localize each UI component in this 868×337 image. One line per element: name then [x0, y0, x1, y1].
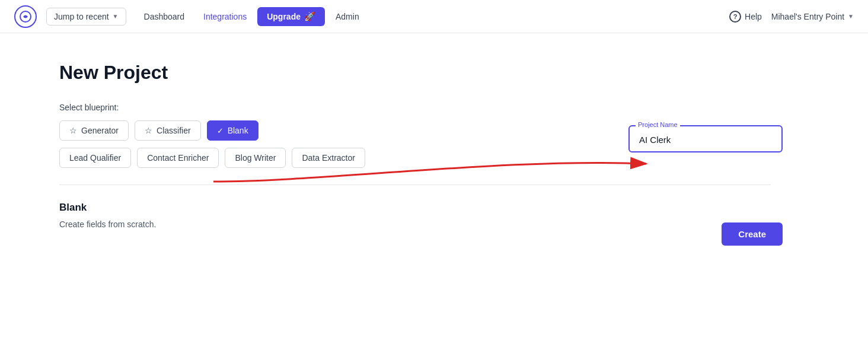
check-icon: ✓ [217, 126, 224, 135]
page-title: New Project [59, 62, 771, 84]
selected-blueprint-title: Blank [59, 202, 771, 214]
blueprint-select-label: Select blueprint: [59, 103, 771, 112]
nav-dashboard[interactable]: Dashboard [136, 8, 193, 25]
blueprint-lead-qualifier[interactable]: Lead Qualifier [59, 148, 131, 168]
account-menu[interactable]: Mihael's Entry Point ▼ [771, 12, 854, 21]
logo[interactable] [14, 5, 37, 28]
project-name-section: Project Name [628, 125, 783, 152]
section-divider [59, 185, 771, 185]
nav-links: Dashboard Integrations Upgrade 🚀 Admin [136, 7, 368, 26]
help-link[interactable]: ? Help [729, 11, 762, 23]
chevron-down-icon: ▼ [848, 13, 854, 20]
blueprint-data-extractor[interactable]: Data Extractor [292, 148, 365, 168]
upgrade-button[interactable]: Upgrade 🚀 [257, 7, 325, 26]
jump-label: Jump to recent [54, 12, 109, 21]
project-name-label: Project Name [636, 121, 680, 128]
blueprint-generator[interactable]: ☆ Generator [59, 120, 129, 141]
help-icon: ? [729, 11, 741, 23]
project-name-field-wrapper: Project Name [628, 125, 783, 152]
navbar: Jump to recent ▼ Dashboard Integrations … [0, 0, 868, 33]
blueprint-contact-enricher[interactable]: Contact Enricher [137, 148, 219, 168]
rocket-icon: 🚀 [304, 11, 315, 22]
blueprint-blank[interactable]: ✓ Blank [207, 120, 259, 141]
create-button[interactable]: Create [722, 222, 783, 246]
nav-right: ? Help Mihael's Entry Point ▼ [729, 11, 854, 23]
nav-integrations[interactable]: Integrations [195, 8, 255, 25]
star-icon: ☆ [69, 126, 77, 135]
star-icon: ☆ [145, 126, 152, 135]
blueprint-blog-writer[interactable]: Blog Writer [225, 148, 286, 168]
blueprint-classifier[interactable]: ☆ Classifier [135, 120, 201, 141]
project-name-input[interactable] [639, 135, 772, 145]
main-content: New Project Select blueprint: ☆ Generato… [0, 33, 830, 257]
chevron-down-icon: ▼ [113, 13, 119, 20]
nav-admin[interactable]: Admin [327, 8, 368, 25]
create-button-wrapper: Create [722, 222, 783, 246]
selected-blueprint-desc: Create fields from scratch. [59, 220, 771, 229]
jump-to-recent-button[interactable]: Jump to recent ▼ [46, 8, 126, 26]
